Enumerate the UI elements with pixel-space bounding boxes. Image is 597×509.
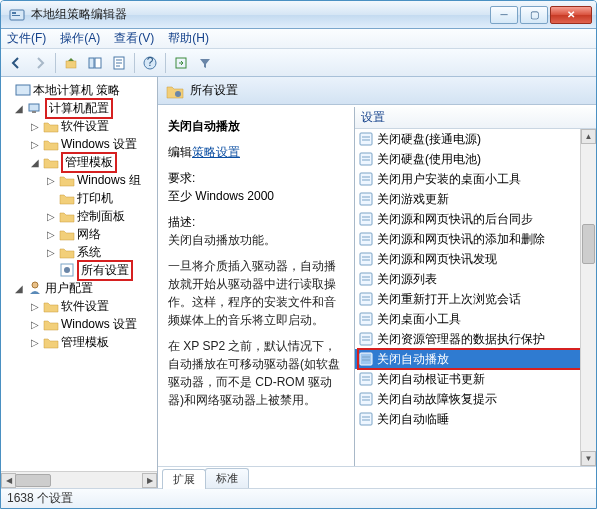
settings-row-label: 关闭自动故障恢复提示 [377,391,497,408]
toolbar-separator [134,53,135,73]
tree-root[interactable]: 本地计算机 策略 [1,81,157,99]
settings-row[interactable]: 关闭重新打开上次浏览会话 [355,289,580,309]
tree-admin-templates[interactable]: ◢管理模板 [1,153,157,171]
tree-label: Windows 设置 [61,136,137,153]
settings-row[interactable]: 关闭自动根证书更新 [355,369,580,389]
settings-row-label: 关闭游戏更新 [377,191,449,208]
settings-row[interactable]: 关闭用户安装的桌面小工具 [355,169,580,189]
settings-row[interactable]: 关闭源和网页快讯发现 [355,249,580,269]
settings-row[interactable]: 关闭源列表 [355,269,580,289]
settings-row[interactable]: 关闭硬盘(使用电池) [355,149,580,169]
minimize-button[interactable]: ─ [490,6,518,24]
up-button[interactable] [60,52,82,74]
tree-label: 打印机 [77,190,113,207]
tree-user-config[interactable]: ◢用户配置 [1,279,157,297]
view-tabs: 扩展 标准 [158,466,596,488]
svg-rect-17 [360,133,372,145]
svg-rect-4 [89,58,94,68]
nav-tree[interactable]: 本地计算机 策略 ◢计算机配置 ▷软件设置 ▷Windows 设置 ◢管理模板 … [1,77,157,471]
menu-help[interactable]: 帮助(H) [168,30,209,47]
setting-item-icon [359,172,373,186]
tree-u-admin[interactable]: ▷管理模板 [1,333,157,351]
scroll-down-icon[interactable]: ▼ [581,451,596,466]
scroll-thumb[interactable] [15,474,51,487]
back-button[interactable] [5,52,27,74]
scroll-thumb[interactable] [582,224,595,264]
forward-button[interactable] [29,52,51,74]
scroll-left-icon[interactable]: ◀ [1,473,16,488]
list-vscrollbar[interactable]: ▲ ▼ [580,129,596,466]
settings-row-label: 关闭源列表 [377,271,437,288]
tree-control-panel[interactable]: ▷控制面板 [1,207,157,225]
show-hide-tree-button[interactable] [84,52,106,74]
desc-1: 关闭自动播放功能。 [168,231,344,249]
settings-row-label: 关闭用户安装的桌面小工具 [377,171,521,188]
edit-policy-link[interactable]: 策略设置 [192,145,240,159]
svg-rect-21 [360,213,372,225]
menu-action[interactable]: 操作(A) [60,30,100,47]
settings-row[interactable]: 关闭游戏更新 [355,189,580,209]
svg-rect-28 [360,353,372,365]
setting-item-icon [359,292,373,306]
tree-windows-settings[interactable]: ▷Windows 设置 [1,135,157,153]
settings-row[interactable]: 关闭自动临睡 [355,409,580,429]
maximize-button[interactable]: ▢ [520,6,548,24]
tab-extended[interactable]: 扩展 [162,469,206,489]
menu-view[interactable]: 查看(V) [114,30,154,47]
toolbar-separator [165,53,166,73]
settings-row[interactable]: 关闭源和网页快讯的添加和删除 [355,229,580,249]
settings-row-label: 关闭自动播放 [377,351,449,368]
scroll-right-icon[interactable]: ▶ [142,473,157,488]
tree-printers[interactable]: 打印机 [1,189,157,207]
scroll-track[interactable] [581,144,596,451]
settings-row[interactable]: 关闭自动播放 [355,349,580,369]
tree-system[interactable]: ▷系统 [1,243,157,261]
tree-label: 软件设置 [61,298,109,315]
scroll-up-icon[interactable]: ▲ [581,129,596,144]
settings-row[interactable]: 关闭硬盘(接通电源) [355,129,580,149]
list-column-header[interactable]: 设置 [355,107,596,129]
filter-button[interactable] [194,52,216,74]
tree-all-settings[interactable]: 所有设置 [1,261,157,279]
tree-label: 用户配置 [45,280,93,297]
setting-item-icon [359,152,373,166]
tree-windows-group[interactable]: ▷Windows 组 [1,171,157,189]
svg-rect-26 [360,313,372,325]
settings-row[interactable]: 关闭桌面小工具 [355,309,580,329]
svg-rect-22 [360,233,372,245]
settings-row[interactable]: 关闭源和网页快讯的后台同步 [355,209,580,229]
svg-rect-10 [16,85,30,95]
tree-u-software[interactable]: ▷软件设置 [1,297,157,315]
tree-label: 控制面板 [77,208,125,225]
desc-label: 描述: [168,213,344,231]
settings-row-label: 关闭资源管理器的数据执行保护 [377,331,545,348]
req-value: 至少 Windows 2000 [168,187,344,205]
detail-panel: 关闭自动播放 编辑策略设置 要求: 至少 Windows 2000 描述: 关闭… [158,107,354,466]
requirements: 要求: 至少 Windows 2000 [168,169,344,205]
tab-standard[interactable]: 标准 [205,468,249,488]
svg-rect-5 [95,58,101,68]
menu-file[interactable]: 文件(F) [7,30,46,47]
tree-u-windows[interactable]: ▷Windows 设置 [1,315,157,333]
settings-list[interactable]: 关闭硬盘(接通电源)关闭硬盘(使用电池)关闭用户安装的桌面小工具关闭游戏更新关闭… [355,129,596,466]
setting-item-icon [359,132,373,146]
tree-software-settings[interactable]: ▷软件设置 [1,117,157,135]
properties-button[interactable] [108,52,130,74]
settings-list-wrap: 设置 关闭硬盘(接通电源)关闭硬盘(使用电池)关闭用户安装的桌面小工具关闭游戏更… [354,107,596,466]
tree-label: Windows 组 [77,172,141,189]
svg-rect-30 [360,393,372,405]
tree-hscrollbar[interactable]: ◀ ▶ [1,471,157,488]
svg-point-16 [175,91,181,97]
tree-network[interactable]: ▷网络 [1,225,157,243]
settings-row-label: 关闭源和网页快讯的添加和删除 [377,231,545,248]
help-button[interactable]: ? [139,52,161,74]
settings-row[interactable]: 关闭资源管理器的数据执行保护 [355,329,580,349]
tree-computer-config[interactable]: ◢计算机配置 [1,99,157,117]
settings-row[interactable]: 关闭自动故障恢复提示 [355,389,580,409]
close-button[interactable]: ✕ [550,6,592,24]
menubar: 文件(F) 操作(A) 查看(V) 帮助(H) [1,29,596,49]
content-header: 所有设置 [158,77,596,105]
content-body: 关闭自动播放 编辑策略设置 要求: 至少 Windows 2000 描述: 关闭… [158,105,596,466]
export-button[interactable] [170,52,192,74]
svg-rect-20 [360,193,372,205]
